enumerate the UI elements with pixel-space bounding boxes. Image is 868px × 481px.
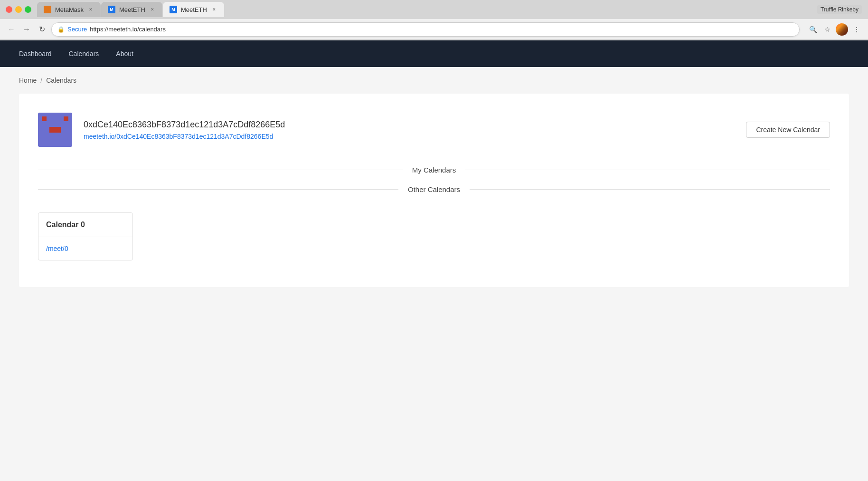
profile-avatar-button[interactable] — [836, 23, 848, 36]
close-traffic-light[interactable] — [6, 6, 12, 13]
more-options-icon[interactable]: ⋮ — [851, 24, 862, 35]
other-calendars-right-line — [470, 189, 830, 190]
nav-dashboard[interactable]: Dashboard — [19, 50, 52, 58]
app-nav: Dashboard Calendars About — [0, 40, 868, 67]
browser-chrome: MetaMask × M MeetETH × M MeetETH × Truff… — [0, 0, 868, 40]
user-avatar — [38, 113, 72, 147]
svg-rect-2 — [64, 116, 68, 121]
create-new-calendar-button[interactable]: Create New Calendar — [746, 122, 830, 138]
meeteth1-icon: M — [108, 6, 115, 13]
avatar-svg — [38, 113, 72, 147]
svg-rect-3 — [49, 127, 61, 133]
search-icon[interactable]: 🔍 — [807, 24, 819, 35]
user-profile-link[interactable]: meeteth.io/0xdCe140Ec8363bF8373d1ec121d3… — [84, 133, 273, 140]
meeteth2-icon: M — [170, 6, 177, 13]
lock-icon: 🔒 — [57, 26, 65, 33]
maximize-traffic-light[interactable] — [25, 6, 31, 13]
breadcrumb-current: Calendars — [46, 77, 76, 84]
tab-meeteth2-label: MeetETH — [181, 6, 207, 13]
breadcrumb: Home / Calendars — [19, 77, 849, 84]
main-card: 0xdCe140Ec8363bF8373d1ec121d3A7cDdf8266E… — [19, 94, 849, 287]
tabs-container: MetaMask × M MeetETH × M MeetETH × — [37, 2, 817, 17]
address-bar: ← → ↻ 🔒 Secure https://meeteth.io/calend… — [0, 19, 868, 40]
user-section: 0xdCe140Ec8363bF8373d1ec121d3A7cDdf8266E… — [38, 113, 830, 147]
svg-rect-1 — [42, 116, 47, 121]
browser-toolbar-icons: 🔍 ☆ ⋮ — [807, 23, 862, 36]
breadcrumb-home[interactable]: Home — [19, 77, 37, 84]
tab-metamask-close[interactable]: × — [87, 6, 94, 13]
forward-button[interactable]: → — [21, 24, 32, 35]
profile-avatar-image — [836, 23, 848, 36]
url-bar[interactable]: 🔒 Secure https://meeteth.io/calendars — [51, 22, 800, 37]
metamask-icon — [44, 6, 51, 13]
page-content: Home / Calendars 0xdCe140Ec8363bF8373d1e… — [0, 67, 868, 481]
tab-meeteth1-close[interactable]: × — [149, 6, 156, 13]
calendars-grid: Calendar 0 /meet/0 — [38, 205, 830, 268]
other-calendars-label: Other Calendars — [408, 185, 460, 193]
tab-meeteth1-label: MeetETH — [119, 6, 145, 13]
url-text: https://meeteth.io/calendars — [90, 26, 166, 33]
other-calendars-section: Other Calendars — [38, 185, 830, 193]
tab-meeteth2-close[interactable]: × — [211, 6, 217, 13]
truffle-badge: Truffle Rinkeby — [817, 5, 862, 14]
tab-bar: MetaMask × M MeetETH × M MeetETH × Truff… — [0, 0, 868, 19]
back-button[interactable]: ← — [6, 24, 17, 35]
nav-calendars[interactable]: Calendars — [69, 50, 99, 58]
nav-about[interactable]: About — [116, 50, 133, 58]
tab-metamask[interactable]: MetaMask × — [37, 2, 101, 17]
tab-metamask-label: MetaMask — [55, 6, 84, 13]
my-calendars-left-line — [38, 170, 403, 170]
calendar-url-0[interactable]: /meet/0 — [38, 237, 132, 260]
reload-button[interactable]: ↻ — [36, 24, 47, 35]
tab-meeteth1[interactable]: M MeetETH × — [101, 2, 162, 17]
tab-meeteth2[interactable]: M MeetETH × — [163, 2, 224, 17]
my-calendars-section: My Calendars — [38, 166, 830, 174]
bookmark-icon[interactable]: ☆ — [821, 24, 833, 35]
my-calendars-label: My Calendars — [412, 166, 456, 174]
truffle-area: Truffle Rinkeby — [817, 5, 868, 14]
my-calendars-right-line — [465, 170, 830, 170]
user-address: 0xdCe140Ec8363bF8373d1ec121d3A7cDdf8266E… — [84, 120, 735, 130]
secure-label: Secure — [67, 26, 87, 33]
calendar-name-0: Calendar 0 — [38, 213, 132, 237]
calendar-card-0[interactable]: Calendar 0 /meet/0 — [38, 212, 133, 260]
other-calendars-left-line — [38, 189, 398, 190]
breadcrumb-separator: / — [40, 77, 42, 84]
minimize-traffic-light[interactable] — [15, 6, 22, 13]
user-info: 0xdCe140Ec8363bF8373d1ec121d3A7cDdf8266E… — [84, 120, 735, 140]
